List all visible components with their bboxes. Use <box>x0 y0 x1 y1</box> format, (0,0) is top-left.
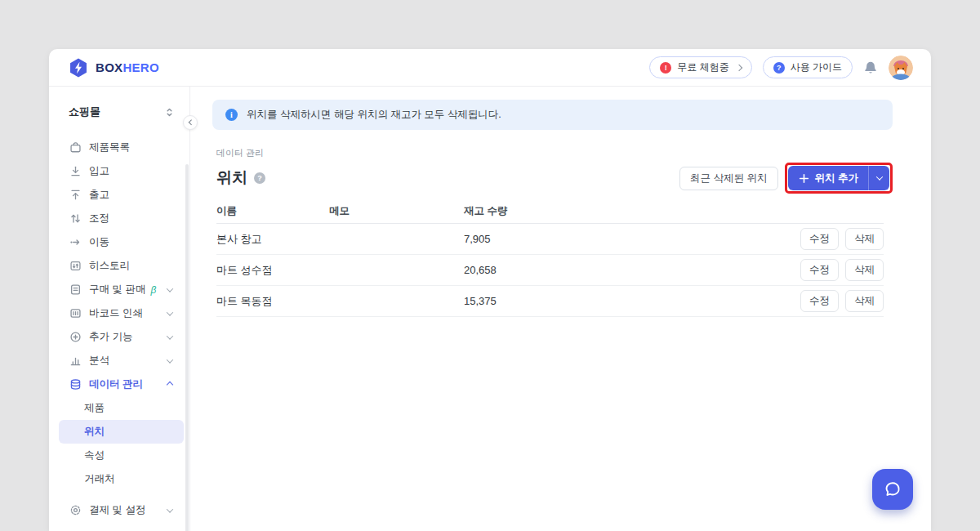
location-stock: 20,658 <box>464 264 784 276</box>
info-icon: i <box>225 109 238 121</box>
sidebar-item-label: 바코드 인쇄 <box>89 306 143 320</box>
edit-button[interactable]: 수정 <box>800 228 839 250</box>
user-guide-button[interactable]: ? 사용 가이드 <box>763 56 853 78</box>
location-name: 마트 성수점 <box>216 263 329 278</box>
user-avatar[interactable] <box>889 56 913 80</box>
workspace-switcher[interactable]: 쇼핑몰 <box>49 93 189 129</box>
history-icon <box>69 260 82 272</box>
row-actions: 수정 삭제 <box>784 228 884 250</box>
column-header-memo: 메모 <box>329 204 464 218</box>
fox-avatar-image <box>889 56 913 80</box>
sidebar-item-label: 조정 <box>89 212 109 225</box>
delete-button[interactable]: 삭제 <box>845 290 884 312</box>
help-icon[interactable]: ? <box>254 172 265 184</box>
chevron-right-icon <box>735 64 742 70</box>
sidebar-subitem-location[interactable]: 위치 <box>59 420 184 444</box>
location-stock: 7,905 <box>464 233 784 245</box>
breadcrumb: 데이터 관리 <box>212 147 893 159</box>
sidebar-item-adjust[interactable]: 조정 <box>59 207 184 230</box>
arrows-up-down-icon <box>69 212 82 225</box>
document-icon <box>69 283 82 296</box>
brand-box: BOX <box>96 60 122 74</box>
topbar-right: ! 무료 체험중 ? 사용 가이드 <box>649 56 913 80</box>
delete-button[interactable]: 삭제 <box>845 228 884 250</box>
chevron-down-icon <box>167 309 173 315</box>
main-content: i 위치를 삭제하시면 해당 위치의 재고가 모두 삭제됩니다. 데이터 관리 … <box>190 87 931 531</box>
chevron-up-icon <box>167 381 173 387</box>
sidebar-subitem-partners[interactable]: 거래처 <box>59 467 184 491</box>
sidebar-item-barcode-print[interactable]: 바코드 인쇄 <box>59 301 184 325</box>
chevron-down-icon <box>875 173 882 180</box>
location-name: 본사 창고 <box>216 232 329 247</box>
table-header: 이름 메모 재고 수량 <box>216 199 884 224</box>
location-stock: 15,375 <box>464 295 784 307</box>
column-header-name: 이름 <box>216 204 329 218</box>
sidebar-item-stock-out[interactable]: 출고 <box>59 183 184 207</box>
sidebar-item-move[interactable]: 이동 <box>59 230 184 254</box>
free-trial-label: 무료 체험중 <box>677 60 728 74</box>
sidebar-subitem-label: 제품 <box>84 401 105 415</box>
plus-icon <box>799 173 809 184</box>
sidebar-subitem-label: 거래처 <box>84 472 115 486</box>
sidebar-item-products[interactable]: 제품목록 <box>59 136 184 159</box>
sidebar-item-label: 이동 <box>89 235 109 249</box>
sidebar-item-label: 히스토리 <box>89 259 130 273</box>
chat-widget-button[interactable] <box>872 469 913 510</box>
chat-bubble-icon <box>883 480 902 499</box>
sidebar-item-purchase-sales[interactable]: 구매 및 판매 β <box>59 278 184 301</box>
sidebar-item-billing-settings[interactable]: 결제 및 설정 <box>59 498 184 522</box>
sidebar-subitem-label: 위치 <box>84 425 105 439</box>
notification-bell-icon[interactable] <box>863 60 878 75</box>
sidebar-item-extra-features[interactable]: 추가 기능 <box>59 325 184 349</box>
info-banner: i 위치를 삭제하시면 해당 위치의 재고가 모두 삭제됩니다. <box>212 100 893 130</box>
recently-deleted-locations-button[interactable]: 최근 삭제된 위치 <box>679 167 777 190</box>
free-trial-badge[interactable]: ! 무료 체험중 <box>649 56 751 78</box>
sidebar-item-label: 입고 <box>89 164 109 178</box>
database-icon <box>69 378 82 390</box>
workspace-name: 쇼핑몰 <box>69 105 100 119</box>
sidebar-subitem-label: 속성 <box>84 448 105 462</box>
page-title: 위치 <box>212 167 247 189</box>
edit-button[interactable]: 수정 <box>800 259 839 281</box>
top-bar: BOXHERO ! 무료 체험중 ? 사용 가이드 <box>49 49 931 87</box>
sidebar-scrollbar[interactable] <box>185 164 189 531</box>
sidebar-item-history[interactable]: 히스토리 <box>59 254 184 278</box>
sidebar-item-label: 추가 기능 <box>89 330 132 344</box>
title-actions: 최근 삭제된 위치 위치 추가 <box>679 163 893 194</box>
table-row: 마트 성수점 20,658 수정 삭제 <box>216 255 884 286</box>
brand-text: BOXHERO <box>96 60 159 74</box>
sort-arrows-icon <box>164 107 175 118</box>
sidebar-collapse-button[interactable] <box>183 115 198 130</box>
chevron-down-icon <box>167 285 173 292</box>
row-actions: 수정 삭제 <box>784 259 884 281</box>
column-header-stock: 재고 수량 <box>464 204 784 218</box>
add-location-button[interactable]: 위치 추가 <box>788 166 868 190</box>
sidebar-subitem-product[interactable]: 제품 <box>59 396 184 420</box>
sidebar-item-stock-in[interactable]: 입고 <box>59 159 184 183</box>
delete-button[interactable]: 삭제 <box>845 259 884 281</box>
location-name: 마트 목동점 <box>216 294 329 309</box>
table-row: 본사 창고 7,905 수정 삭제 <box>216 224 884 255</box>
locations-table: 이름 메모 재고 수량 본사 창고 7,905 수정 삭제 <box>216 199 884 317</box>
sidebar-item-analytics[interactable]: 분석 <box>59 349 184 373</box>
app-window: BOXHERO ! 무료 체험중 ? 사용 가이드 <box>49 49 931 531</box>
boxhero-logo[interactable]: BOXHERO <box>68 57 159 78</box>
sidebar-nav: 제품목록 입고 출고 조정 이동 <box>49 129 189 522</box>
edit-button[interactable]: 수정 <box>800 290 839 312</box>
sidebar-item-label: 출고 <box>89 188 109 202</box>
annotation-highlight: 위치 추가 <box>785 163 893 194</box>
sidebar-item-label: 데이터 관리 <box>89 377 143 391</box>
bar-chart-icon <box>69 355 82 367</box>
chevron-left-icon <box>188 119 194 125</box>
brand-hero: HERO <box>122 60 159 74</box>
add-location-dropdown-button[interactable] <box>868 166 889 190</box>
add-location-label: 위치 추가 <box>815 172 858 185</box>
gear-icon <box>69 504 82 516</box>
add-location-split-button[interactable]: 위치 추가 <box>788 166 889 190</box>
arrow-right-icon <box>69 236 82 248</box>
sidebar-item-data-management[interactable]: 데이터 관리 <box>59 373 184 396</box>
sidebar-item-label: 결제 및 설정 <box>89 503 145 517</box>
sidebar: 쇼핑몰 제품목록 입고 출고 <box>49 87 190 531</box>
sidebar-subitem-attribute[interactable]: 속성 <box>59 444 184 467</box>
question-circle-icon: ? <box>773 62 785 74</box>
